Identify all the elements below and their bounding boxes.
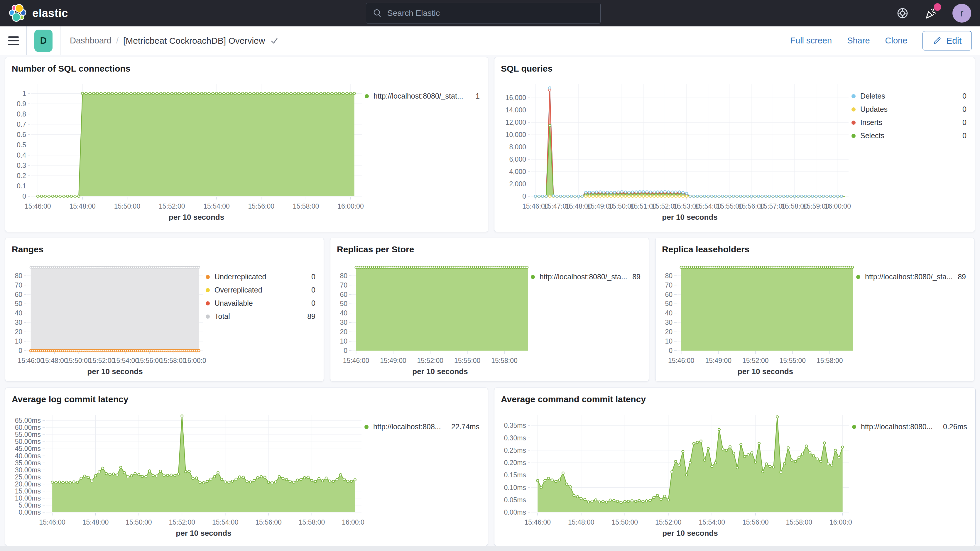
svg-text:80: 80 <box>15 272 22 280</box>
svg-text:15:55:00: 15:55:00 <box>454 357 480 365</box>
svg-text:40: 40 <box>15 309 22 317</box>
legend-dot-icon <box>206 288 210 292</box>
svg-text:per 10 seconds: per 10 seconds <box>662 529 718 538</box>
svg-text:per 10 seconds: per 10 seconds <box>662 213 718 221</box>
user-avatar[interactable]: r <box>953 4 971 22</box>
svg-text:15:48:00: 15:48:00 <box>568 518 595 526</box>
svg-text:40: 40 <box>665 309 673 317</box>
svg-text:15:54:00: 15:54:00 <box>113 357 139 365</box>
share-button[interactable]: Share <box>847 36 870 46</box>
svg-text:15:52:00: 15:52:00 <box>417 357 444 365</box>
legend-item[interactable]: Underreplicated0 <box>206 270 315 283</box>
svg-text:0.5: 0.5 <box>17 141 26 149</box>
legend-dot-icon <box>851 94 856 98</box>
breadcrumb-dashboard-link[interactable]: Dashboard <box>70 36 111 46</box>
chart-log-commit-latency[interactable]: 15:46:0015:48:0015:50:0015:52:0015:54:00… <box>11 412 364 539</box>
svg-text:15:48:00: 15:48:00 <box>41 357 68 365</box>
panel-title: Number of SQL connections <box>12 64 482 74</box>
chart-sql-queries[interactable]: 15:46:0015:47:0015:48:0015:49:0015:50:00… <box>500 82 851 223</box>
legend-item[interactable]: http://localhost:8080/_sta...89 <box>531 270 641 283</box>
svg-text:15:58:00: 15:58:00 <box>160 357 186 365</box>
panel-average-log-commit-latency: Average log commit latency 15:46:0015:48… <box>5 388 488 546</box>
legend-item[interactable]: Overreplicated0 <box>206 283 315 297</box>
svg-text:15:46:00: 15:46:00 <box>343 357 369 365</box>
svg-text:30.00ms: 30.00ms <box>15 466 41 474</box>
panel-ranges: Ranges 15:46:0015:48:0015:50:0015:52:001… <box>5 238 324 381</box>
panel-title: Replicas per Store <box>337 244 643 254</box>
svg-text:0: 0 <box>344 347 347 354</box>
svg-text:16:00:00: 16:00:00 <box>829 518 852 526</box>
svg-text:50: 50 <box>15 300 22 307</box>
svg-text:per 10 seconds: per 10 seconds <box>87 367 143 376</box>
svg-text:0.9: 0.9 <box>17 100 26 108</box>
legend-value: 89 <box>958 272 966 281</box>
help-button[interactable] <box>896 7 909 20</box>
svg-text:0.15ms: 0.15ms <box>504 471 526 479</box>
menu-button[interactable] <box>8 37 19 45</box>
svg-text:per 10 seconds: per 10 seconds <box>412 367 468 376</box>
legend-item[interactable]: Unavailable0 <box>206 297 315 310</box>
svg-text:30: 30 <box>340 318 347 326</box>
svg-text:20: 20 <box>665 328 673 336</box>
legend-item[interactable]: http://localhost:8080/_stat...1 <box>365 89 480 103</box>
svg-text:5.00ms: 5.00ms <box>19 502 41 509</box>
legend-label: Deletes <box>860 92 958 100</box>
legend-dot-icon <box>851 121 856 125</box>
svg-text:15:58:00: 15:58:00 <box>816 357 843 365</box>
svg-text:55.00ms: 55.00ms <box>15 431 41 438</box>
svg-text:15:48:00: 15:48:00 <box>83 518 109 526</box>
panel-sql-queries: SQL queries 15:46:0015:47:0015:48:0015:4… <box>494 57 975 232</box>
breadcrumb-toolbar: D Dashboard / [Metricbeat CockroachDB] O… <box>0 26 980 55</box>
chart-command-commit-latency[interactable]: 15:46:0015:48:0015:50:0015:52:0015:54:00… <box>500 412 852 539</box>
newsfeed-button[interactable] <box>924 7 937 20</box>
legend-value: 0.26ms <box>943 422 967 431</box>
legend-dot-icon <box>206 301 210 306</box>
svg-text:14,000: 14,000 <box>506 106 526 114</box>
svg-text:0.10ms: 0.10ms <box>504 484 526 491</box>
legend-item[interactable]: Selects0 <box>851 129 967 142</box>
legend-item[interactable]: Deletes0 <box>851 89 967 103</box>
svg-text:15:50:00: 15:50:00 <box>114 202 140 210</box>
toolbar-divider <box>26 26 27 55</box>
title-check-icon[interactable] <box>270 37 278 45</box>
svg-text:0.3: 0.3 <box>17 162 26 169</box>
life-ring-icon <box>896 7 909 19</box>
chart-replicas-per-store[interactable]: 15:46:0015:49:0015:52:0015:55:0015:58:00… <box>336 263 531 377</box>
horizontal-scrollbar[interactable] <box>0 546 980 551</box>
legend-value: 89 <box>307 312 315 321</box>
global-search-input[interactable]: Search Elastic <box>366 3 601 24</box>
chart-legend: Deletes0Updates0Inserts0Selects0 <box>851 82 969 223</box>
svg-text:35.00ms: 35.00ms <box>15 459 41 467</box>
svg-text:15:52:00: 15:52:00 <box>159 202 185 210</box>
clone-button[interactable]: Clone <box>885 36 907 46</box>
full-screen-button[interactable]: Full screen <box>790 36 832 46</box>
svg-text:80: 80 <box>665 272 673 280</box>
svg-text:70: 70 <box>15 281 22 289</box>
edit-button[interactable]: Edit <box>923 31 972 51</box>
chart-replica-leaseholders[interactable]: 15:46:0015:49:0015:52:0015:55:0015:58:00… <box>661 263 856 377</box>
svg-text:20: 20 <box>15 328 22 336</box>
dashboard-app-badge[interactable]: D <box>34 30 52 52</box>
svg-text:0.00ms: 0.00ms <box>19 508 41 516</box>
legend-item[interactable]: http://localhost:808...22.74ms <box>364 420 479 433</box>
legend-item[interactable]: http://localhost:8080...0.26ms <box>852 420 967 433</box>
elastic-brand[interactable]: elastic <box>9 4 68 22</box>
svg-text:15:50:00: 15:50:00 <box>611 518 638 526</box>
panel-title: Ranges <box>12 244 318 254</box>
legend-label: http://localhost:8080... <box>861 422 938 431</box>
legend-value: 0 <box>963 131 967 140</box>
panel-title: Average command commit latency <box>501 394 969 404</box>
svg-text:0.35ms: 0.35ms <box>504 422 526 429</box>
svg-text:15:52:00: 15:52:00 <box>169 518 196 526</box>
svg-text:15:58:00: 15:58:00 <box>491 357 517 365</box>
legend-item[interactable]: Total89 <box>206 310 315 323</box>
svg-text:60.00ms: 60.00ms <box>15 424 41 431</box>
chart-sql-connections[interactable]: 15:46:0015:48:0015:50:0015:52:0015:54:00… <box>11 82 365 223</box>
legend-item[interactable]: http://localhost:8080/_sta...89 <box>856 270 966 283</box>
legend-item[interactable]: Inserts0 <box>851 116 967 129</box>
svg-text:15:56:00: 15:56:00 <box>255 518 282 526</box>
legend-item[interactable]: Updates0 <box>851 103 967 116</box>
edit-button-label: Edit <box>946 36 961 46</box>
chart-ranges[interactable]: 15:46:0015:48:0015:50:0015:52:0015:54:00… <box>11 263 206 377</box>
svg-text:0.30ms: 0.30ms <box>504 434 526 442</box>
